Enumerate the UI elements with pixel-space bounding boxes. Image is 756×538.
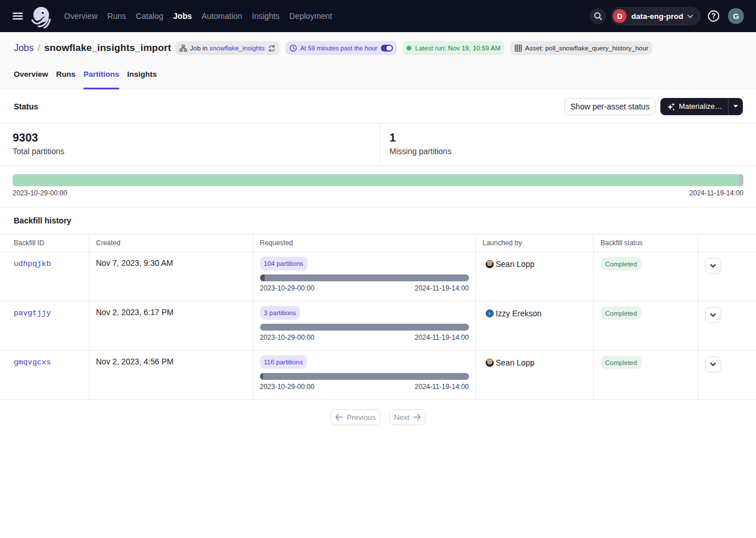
svg-text:?: ? [711, 12, 715, 20]
